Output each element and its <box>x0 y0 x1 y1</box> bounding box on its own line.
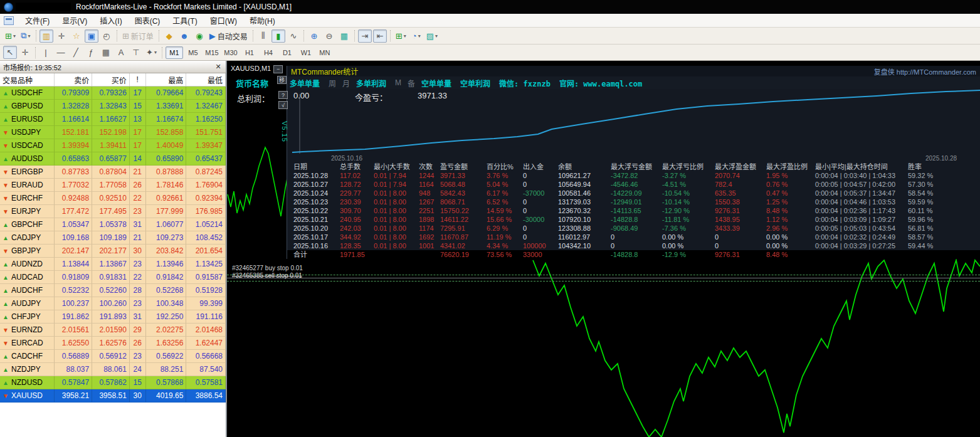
chart-shift-button[interactable]: ⇤ <box>373 29 387 43</box>
sell-stop-order-line[interactable] <box>227 281 980 282</box>
strategy-tester-button[interactable]: ◴ <box>100 29 113 43</box>
down-arrow-icon: ▼ <box>3 327 10 334</box>
timeframe-button-h4[interactable]: H4 <box>260 46 277 59</box>
timeframe-button-w1[interactable]: W1 <box>297 46 315 59</box>
tile-windows-button[interactable]: ▦ <box>337 29 351 43</box>
horizontal-line-button[interactable]: — <box>54 46 68 59</box>
menu-item[interactable]: 图表(C) <box>129 13 167 28</box>
market-watch-row-audjpy[interactable]: ▲AUDJPY100.237100.26023100.34899.399 <box>0 297 226 310</box>
timeframe-button-d1[interactable]: D1 <box>278 46 296 59</box>
chart-profiles-button[interactable]: ⧉▾ <box>19 29 33 43</box>
symbol-name: EURNZD <box>11 325 43 334</box>
market-watch-row-eurusd[interactable]: ▲EURUSD1.166141.16627131.166741.16250 <box>0 113 226 126</box>
timeframe-button-mn[interactable]: MN <box>316 46 334 59</box>
new-order-button[interactable]: ⊞新订单 <box>120 29 155 43</box>
market-watch-row-audcad[interactable]: ▲AUDCAD0.918090.91831220.918420.91587 <box>0 271 226 284</box>
market-watch-row-gbpjpy[interactable]: ▼GBPJPY202.147202.17730203.842201.654 <box>0 245 226 258</box>
market-watch-row-euraud[interactable]: ▼EURAUD1.770321.77058261.781461.76904 <box>0 179 226 192</box>
bid-price: 1.77032 <box>55 179 92 192</box>
auto-scroll-button[interactable]: ⇥ <box>358 29 372 43</box>
help-button[interactable]: ? <box>278 91 288 99</box>
cursor-button[interactable]: ↖ <box>3 46 17 59</box>
market-watch-row-eurchf[interactable]: ▼EURCHF0.924880.92510220.926610.92394 <box>0 192 226 205</box>
signals-button[interactable]: ◉ <box>192 29 206 43</box>
stats-header-item[interactable]: M <box>395 78 401 87</box>
timeframe-button-h1[interactable]: H1 <box>241 46 258 59</box>
trendline-button[interactable]: ╱ <box>69 46 83 59</box>
menu-item[interactable]: 文件(F) <box>19 13 56 28</box>
market-watch-button[interactable]: ▥ <box>40 29 53 43</box>
market-watch-row-cadjpy[interactable]: ▲CADJPY109.168109.18921109.273108.452 <box>0 231 226 245</box>
market-watch-column-header[interactable]: 买价 <box>92 73 130 86</box>
periods-button[interactable]: ◔▾ <box>409 29 423 43</box>
market-watch-row-nzdjpy[interactable]: ▲NZDJPY88.03788.0612488.25187.540 <box>0 363 226 376</box>
community-button[interactable]: ☻ <box>177 29 191 43</box>
market-watch-row-gbpusd[interactable]: ▲GBPUSD1.328281.32843151.336911.32467 <box>0 100 226 113</box>
market-watch-column-header[interactable]: 最低 <box>186 73 226 86</box>
market-watch-row-usdjpy[interactable]: ▼USDJPY152.181152.19817152.858151.751 <box>0 126 226 139</box>
market-watch-row-usdcad[interactable]: ▼USDCAD1.393941.39411171.400491.39347 <box>0 139 226 152</box>
chart-window[interactable]: XAUUSD,M1− 货币名称 移 总利润： ? √ V5.15 #324652… <box>227 61 980 437</box>
market-watch-panel: 市场报价: 19:35:52 ✕ 交易品种卖价买价!最高最低 ▲USDCHF0.… <box>0 61 227 437</box>
chart-window-icon <box>4 16 14 25</box>
market-watch-column-header[interactable]: 卖价 <box>55 73 92 86</box>
vertical-line-button[interactable]: | <box>39 46 53 59</box>
indicators-button[interactable]: ⊞▾ <box>394 29 408 43</box>
move-button[interactable]: 移 <box>277 76 287 84</box>
market-watch-row-nzdusd[interactable]: ▲NZDUSD0.578470.57862150.578680.57581 <box>0 376 226 389</box>
autotrading-button[interactable]: ▶自动交易 <box>208 29 250 43</box>
text-label-button[interactable]: ⊤ <box>129 46 143 59</box>
timeframe-button-m15[interactable]: M15 <box>203 46 221 59</box>
low-price: 0.51928 <box>186 284 226 297</box>
menu-item[interactable]: 显示(V) <box>56 13 93 28</box>
zoom-in-button[interactable]: ⊕ <box>307 29 321 43</box>
minimize-panel-button[interactable]: − <box>273 65 283 73</box>
close-icon[interactable]: ✕ <box>214 63 223 71</box>
market-watch-row-eurnzd[interactable]: ▼EURNZD2.015612.01590292.022752.01468 <box>0 324 226 337</box>
grid-button[interactable]: ▦ <box>99 46 113 59</box>
zoom-out-button[interactable]: ⊖ <box>322 29 336 43</box>
arrows-button[interactable]: ✦▾ <box>144 46 159 59</box>
candlestick-chart-button[interactable]: ▮ <box>271 29 285 43</box>
market-watch-row-eurgbp[interactable]: ▼EURGBP0.877830.87804210.878880.87245 <box>0 166 226 179</box>
timeframe-button-m1[interactable]: M1 <box>166 46 183 59</box>
timeframe-button-m30[interactable]: M30 <box>222 46 240 59</box>
new-chart-button[interactable]: ⊞▾ <box>3 29 18 43</box>
menu-item[interactable]: 工具(T) <box>166 13 203 28</box>
market-watch-row-eurjpy[interactable]: ▼EURJPY177.472177.49523177.999176.985 <box>0 205 226 218</box>
market-watch-column-header[interactable]: ! <box>130 73 146 86</box>
buy-stop-order-line[interactable] <box>227 275 980 275</box>
market-watch-row-cadchf[interactable]: ▲CADCHF0.568890.56912230.569220.56668 <box>0 350 226 363</box>
ask-price: 177.495 <box>92 205 130 218</box>
market-watch-row-eurcad[interactable]: ▼EURCAD1.625501.62576261.632561.62447 <box>0 337 226 350</box>
market-watch-row-audchf[interactable]: ▲AUDCHF0.522320.52260280.522680.51928 <box>0 284 226 297</box>
market-watch-row-usdchf[interactable]: ▲USDCHF0.793090.79326170.796640.79243 <box>0 87 226 100</box>
market-watch-row-chfjpy[interactable]: ▲CHFJPY191.862191.89331192.250191.116 <box>0 310 226 324</box>
templates-button[interactable]: ▨▾ <box>424 29 440 43</box>
market-watch-row-audnzd[interactable]: ▲AUDNZD1.138441.13867231.139461.13425 <box>0 258 226 271</box>
market-watch-column-header[interactable]: 最高 <box>146 73 187 86</box>
stats-header-item[interactable]: 周 <box>329 78 336 88</box>
market-watch-row-gbpchf[interactable]: ▲GBPCHF1.053471.05378311.060771.05214 <box>0 218 226 231</box>
watermark-link[interactable]: 复盘侠 http://MTCommander.com <box>874 66 976 76</box>
text-button[interactable]: A <box>114 46 128 59</box>
terminal-button[interactable]: ▣ <box>85 29 98 43</box>
menu-item[interactable]: 插入(I) <box>93 13 128 28</box>
fibonacci-button[interactable]: ƒ <box>84 46 98 59</box>
timeframe-button-m5[interactable]: M5 <box>184 46 202 59</box>
crosshair-button[interactable]: ✛ <box>18 46 32 59</box>
check-button[interactable]: √ <box>278 101 288 109</box>
stats-header-item[interactable]: 月 <box>342 78 350 88</box>
stats-header-item[interactable]: 备 <box>408 78 415 88</box>
market-watch-row-audusd[interactable]: ▲AUDUSD0.658630.65877140.658900.65437 <box>0 152 226 166</box>
market-watch-row-xauusd[interactable]: ▼XAUUSD3958.213958.51304019.653886.54 <box>0 389 226 403</box>
stats-cell: 229.77 <box>340 189 374 197</box>
line-chart-button[interactable]: ∿ <box>287 29 300 43</box>
menu-item[interactable]: 窗口(W) <box>204 13 243 28</box>
bar-chart-button[interactable]: ⫼ <box>256 29 270 43</box>
navigator-button[interactable]: ☆ <box>70 29 83 43</box>
market-watch-column-header[interactable]: 交易品种 <box>0 73 55 86</box>
menu-item[interactable]: 帮助(H) <box>243 13 282 28</box>
data-window-button[interactable]: ✛ <box>55 29 68 43</box>
metaeditor-button[interactable]: ◆ <box>162 29 176 43</box>
